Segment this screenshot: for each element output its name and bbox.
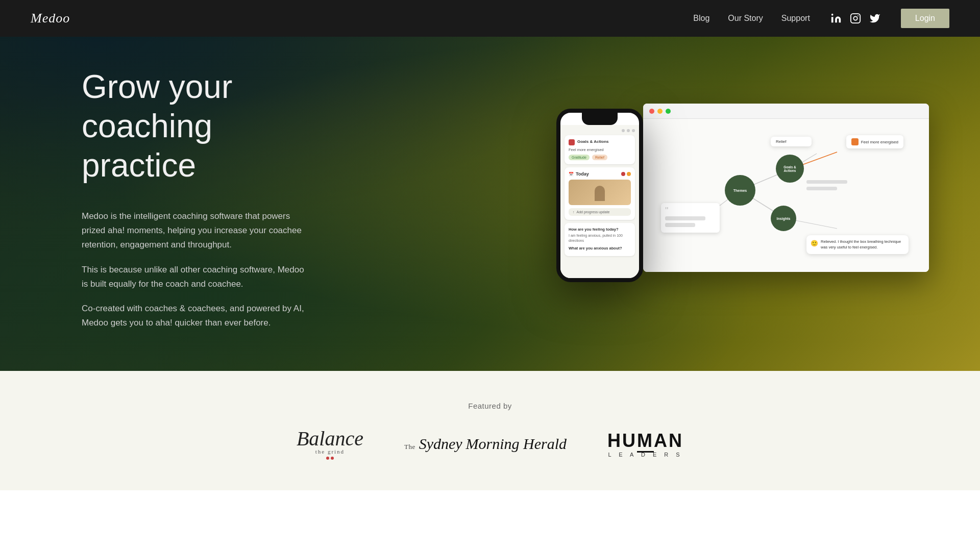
quote-icon: " [665, 206, 668, 216]
humanleaders-name: HUMAN [607, 430, 683, 452]
goals-card: Goals & Actions Feel more energised Grat… [565, 135, 635, 164]
smh-the: The [404, 443, 415, 450]
hero-visual: Goals & Actions Feel more energised Grat… [556, 98, 929, 272]
badge-relief: Relief [592, 155, 607, 160]
humanleaders-logo: HUMAN L E A D E R S [607, 430, 683, 458]
nav-support[interactable]: Support [781, 14, 810, 23]
dot-1 [622, 129, 625, 132]
themes-node: Themes [725, 175, 755, 206]
instagram-icon[interactable] [850, 13, 861, 24]
hero-para-2: This is because unlike all other coachin… [82, 263, 306, 291]
balance-dots [326, 457, 334, 460]
desktop-content: Themes Goals &Actions Insights Relief [643, 119, 929, 272]
goals-card-subtitle: Feel more energised [569, 147, 631, 152]
response-card: 🙂 Relieved. I thought the box breathing … [806, 235, 909, 254]
svg-rect-13 [806, 187, 837, 190]
login-button[interactable]: Login [901, 9, 949, 28]
response-text: Relieved. I thought the box breathing te… [821, 239, 904, 250]
chat-question-2: What are you anxious about? [569, 246, 631, 251]
balance-logo: Balance the grind [297, 429, 363, 460]
today-color-dots [621, 172, 631, 176]
hero-title: Grow your coaching practice [82, 67, 306, 185]
quote-bar-2 [665, 223, 695, 227]
navbar-links: Blog Our Story Support [693, 14, 810, 23]
goals-node-label: Goals &Actions [783, 165, 796, 172]
hero-content: Grow your coaching practice Medoo is the… [0, 37, 388, 371]
insights-node: Insights [771, 206, 796, 231]
quote-bar-1 [665, 216, 705, 220]
smh-name: Sydney [419, 435, 462, 452]
nav-our-story[interactable]: Our Story [728, 14, 763, 23]
today-dot-red [621, 172, 625, 176]
smh-morning: Morning Herald [466, 435, 567, 452]
relief-card: Relief [771, 137, 812, 146]
featured-logos: Balance the grind The Sydney Morning Her… [297, 429, 683, 460]
social-icons [830, 13, 880, 24]
desktop-titlebar [643, 104, 929, 119]
goals-node: Goals &Actions [776, 155, 804, 183]
feel-more-card: Feel more energised [846, 135, 903, 148]
nav-blog[interactable]: Blog [693, 14, 709, 23]
navbar: Medoo Blog Our Story Support Login [0, 0, 980, 37]
desktop-mockup: Themes Goals &Actions Insights Relief [643, 104, 929, 272]
navbar-right: Blog Our Story Support Login [693, 9, 949, 28]
phone-notch [582, 113, 618, 125]
progress-update-btn[interactable]: ↑ Add progress update [569, 208, 631, 216]
today-card: 📅 Today ↑ Add progress [565, 167, 635, 220]
linkedin-icon[interactable] [830, 13, 842, 24]
logo[interactable]: Medoo [31, 11, 70, 26]
svg-rect-12 [806, 180, 847, 184]
balance-dot-2 [331, 457, 334, 460]
badge-gratitude: Gratitude [569, 155, 590, 160]
balance-dot-1 [326, 457, 329, 460]
quote-card: " [661, 203, 720, 233]
balance-name: Balance [297, 429, 363, 449]
chat-card: How are you feeling today? I am feeling … [565, 223, 635, 256]
hero-section: Grow your coaching practice Medoo is the… [0, 0, 980, 371]
hero-para-1: Medoo is the intelligent coaching softwa… [82, 209, 306, 252]
svg-point-0 [831, 14, 834, 16]
phone-dots [565, 129, 635, 132]
svg-point-2 [853, 16, 857, 20]
svg-point-3 [857, 15, 859, 16]
featured-label: Featured by [468, 402, 512, 410]
feel-more-icon [851, 138, 859, 145]
dot-3 [632, 129, 635, 132]
phone-screen: Goals & Actions Feel more energised Grat… [560, 125, 639, 278]
svg-rect-1 [851, 14, 860, 23]
today-title: Today [576, 171, 589, 177]
chat-answer-1: I am feeling anxious, pulled in 100 dire… [569, 233, 631, 243]
featured-section: Featured by Balance the grind The Sydney… [0, 371, 980, 490]
response-emoji: 🙂 [811, 239, 818, 248]
today-image [569, 180, 631, 205]
chat-question-1: How are you feeling today? [569, 227, 631, 232]
twitter-icon[interactable] [869, 13, 880, 24]
mindmap: Themes Goals &Actions Insights Relief [658, 134, 914, 257]
phone-mockup: Goals & Actions Feel more energised Grat… [556, 109, 643, 282]
today-header: 📅 Today [569, 171, 631, 177]
window-minimize-btn[interactable] [657, 109, 663, 114]
window-close-btn[interactable] [649, 109, 654, 114]
dot-2 [627, 129, 630, 132]
goals-card-title: Goals & Actions [577, 139, 609, 144]
window-maximize-btn[interactable] [666, 109, 671, 114]
balance-sub: the grind [315, 449, 345, 455]
humanleaders-sub: L E A D E R S [608, 452, 683, 458]
today-dot-orange [627, 172, 631, 176]
smh-logo: The Sydney Morning Herald [404, 435, 567, 453]
hero-para-3: Co-created with coaches & coachees, and … [82, 302, 306, 330]
